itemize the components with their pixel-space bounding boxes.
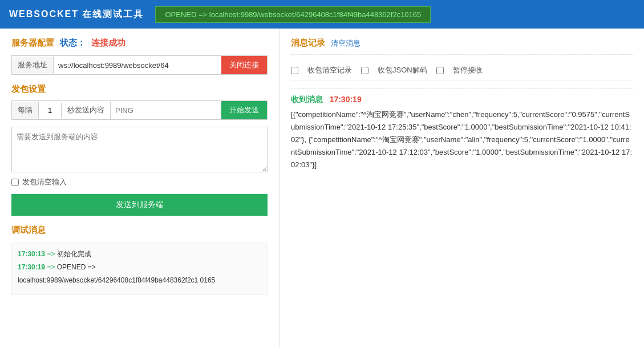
- debug-line-1: 17:30:13 => 初始化完成: [18, 249, 261, 260]
- service-address-label: 服务地址: [12, 57, 54, 74]
- server-config-title: 服务器配置: [11, 38, 54, 49]
- divider-1: [291, 54, 633, 55]
- interval-unit: 秒发送内容: [62, 102, 111, 119]
- main-content: 服务器配置 状态： 连接成功 服务地址 关闭连接 发包设置 每隔 秒发送内容 开…: [0, 29, 644, 347]
- pause-receive-label[interactable]: 暂停接收: [453, 65, 483, 75]
- clear-input-label[interactable]: 发包清空输入: [22, 177, 67, 187]
- service-address-row: 服务地址 关闭连接: [11, 55, 268, 75]
- close-connection-button[interactable]: 关闭连接: [221, 56, 267, 74]
- opened-text: OPENED => localhost:9989/websocket/64296…: [165, 10, 421, 19]
- service-address-input[interactable]: [54, 58, 221, 73]
- debug-title: 调试消息: [11, 225, 268, 236]
- server-config-header: 服务器配置 状态： 连接成功: [11, 38, 268, 49]
- connection-status-bar: OPENED => localhost:9989/websocket/64296…: [155, 6, 431, 23]
- pause-receive-checkbox[interactable]: [436, 67, 444, 74]
- clear-on-receive-label[interactable]: 收包清空记录: [307, 65, 352, 75]
- right-header: 消息记录 清空消息: [291, 38, 633, 49]
- debug-area: 17:30:13 => 初始化完成 17:30:19 => OPENED => …: [11, 243, 268, 295]
- json-decode-label[interactable]: 收包JSON解码: [378, 65, 427, 75]
- clear-msg-button[interactable]: 清空消息: [331, 38, 361, 49]
- received-content: [{"competitionName":"^淘宝网竞赛","userName":…: [291, 108, 633, 171]
- divider-2: [291, 88, 633, 89]
- start-send-button[interactable]: 开始发送: [221, 101, 267, 119]
- app-header: WEBSOCKET 在线测试工具 OPENED => localhost:998…: [0, 0, 644, 29]
- debug-text-3: localhost:9989/websocket/64296408c1f84f4…: [18, 276, 215, 284]
- debug-line-2: 17:30:19 => OPENED =>: [18, 262, 261, 273]
- clear-input-checkbox[interactable]: [11, 179, 19, 186]
- app-title: WEBSOCKET 在线测试工具: [9, 9, 144, 21]
- debug-time-2: 17:30:19: [18, 263, 45, 271]
- msg-record-title: 消息记录: [291, 38, 325, 49]
- left-panel: 服务器配置 状态： 连接成功 服务地址 关闭连接 发包设置 每隔 秒发送内容 开…: [0, 29, 280, 347]
- packet-settings-title: 发包设置: [11, 84, 268, 95]
- debug-text-1: 初始化完成: [57, 250, 91, 258]
- debug-arrow-1: =>: [47, 250, 56, 258]
- message-textarea[interactable]: [11, 127, 268, 172]
- status-value: 连接成功: [91, 38, 125, 49]
- packet-settings-row: 每隔 秒发送内容 开始发送: [11, 100, 268, 120]
- debug-line-3: localhost:9989/websocket/64296408c1f84f4…: [18, 275, 261, 286]
- json-decode-checkbox[interactable]: [361, 67, 368, 74]
- debug-text-2: OPENED =>: [57, 263, 96, 271]
- interval-input[interactable]: [39, 103, 62, 118]
- clear-on-receive-checkbox[interactable]: [291, 67, 298, 74]
- right-checkboxes: 收包清空记录 收包JSON解码 暂停接收: [291, 60, 633, 80]
- right-panel: 消息记录 清空消息 收包清空记录 收包JSON解码 暂停接收 收到消息 17:3…: [280, 29, 644, 347]
- send-button[interactable]: 发送到服务端: [11, 194, 268, 216]
- received-label: 收到消息: [291, 95, 323, 104]
- status-label: 状态：: [60, 38, 86, 49]
- received-header: 收到消息 17:30:19: [291, 95, 633, 105]
- received-time: 17:30:19: [330, 95, 362, 104]
- clear-input-checkbox-row: 发包清空输入: [11, 177, 268, 187]
- received-message: 收到消息 17:30:19 [{"competitionName":"^淘宝网竞…: [291, 95, 633, 171]
- debug-arrow-2: =>: [47, 263, 56, 271]
- debug-time-1: 17:30:13: [18, 250, 45, 258]
- packet-content-input[interactable]: [111, 103, 221, 118]
- interval-label: 每隔: [12, 102, 39, 119]
